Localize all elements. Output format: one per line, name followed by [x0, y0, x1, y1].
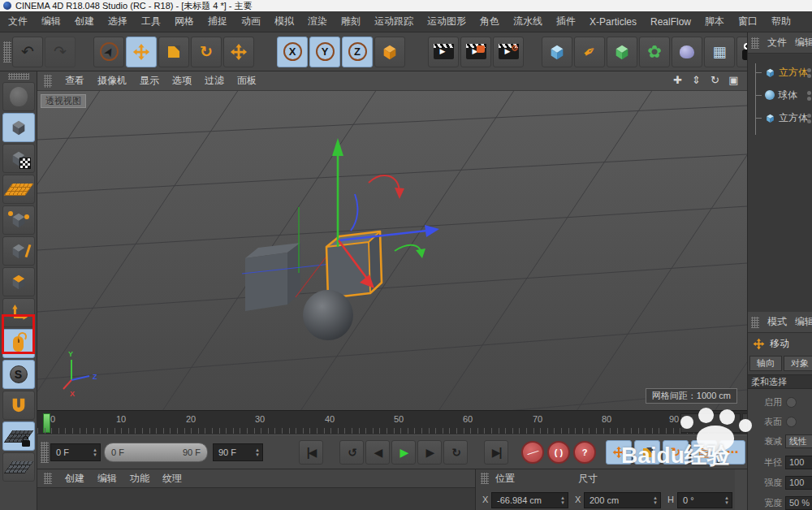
end-frame-spinner[interactable] — [253, 444, 262, 460]
falloff-dropdown[interactable]: 线性 — [785, 434, 812, 448]
menu-pipeline[interactable]: 流水线 — [513, 15, 542, 28]
mat-menu-edit[interactable]: 编辑 — [97, 472, 117, 486]
play-backwards-button[interactable]: ↺ — [339, 440, 364, 465]
object-row-cube1[interactable]: 立方体 — [748, 63, 812, 81]
surface-checkbox[interactable] — [786, 417, 797, 427]
current-frame-field[interactable]: 0 F — [50, 443, 101, 461]
model-mode-button[interactable] — [2, 113, 35, 142]
object-row-sphere[interactable]: 球体 — [748, 86, 812, 104]
strength-field[interactable]: 100 — [785, 476, 812, 490]
menu-xparticles[interactable]: X-Particles — [590, 16, 637, 28]
enable-checkbox[interactable] — [786, 397, 797, 408]
menu-animate[interactable]: 动画 — [241, 15, 261, 28]
sculpt-mode-button[interactable] — [2, 82, 35, 111]
menu-render[interactable]: 渲染 — [308, 15, 327, 28]
toolbar-grip[interactable] — [3, 41, 11, 63]
radius-field[interactable]: 100 — [785, 456, 812, 469]
am-menu-mode[interactable]: 模式 — [767, 315, 787, 329]
vp-menu-filter[interactable]: 过滤 — [205, 74, 224, 88]
loop-button[interactable]: ↻ — [443, 440, 468, 465]
next-frame-button[interactable]: ▶ — [417, 440, 442, 465]
key-parameter-button[interactable]: ▤ — [691, 440, 717, 465]
add-primitive-button[interactable] — [542, 37, 572, 67]
lock-y-axis-button[interactable]: Y — [309, 37, 340, 67]
menu-help[interactable]: 帮助 — [771, 15, 791, 28]
vp-menu-camera[interactable]: 摄像机 — [97, 74, 127, 88]
viewport-grip[interactable] — [44, 75, 52, 88]
undo-button[interactable]: ↶ — [12, 37, 43, 67]
menu-snap[interactable]: 捕捉 — [208, 15, 227, 28]
last-tool-button[interactable] — [223, 37, 254, 67]
polygon-mode-button[interactable] — [2, 267, 35, 296]
keyframe-help-button[interactable]: ? — [573, 441, 596, 464]
locked-workplane-button[interactable] — [2, 421, 35, 451]
rotate-tool-button[interactable]: ↻ — [191, 37, 222, 67]
size-x-field[interactable]: 200 cm — [584, 492, 661, 508]
am-menu-edit[interactable]: 编辑 — [795, 315, 812, 329]
om-menu-edit[interactable]: 编辑 — [795, 36, 812, 50]
snap-selection-button[interactable]: S — [2, 360, 35, 389]
material-grip[interactable] — [44, 473, 52, 484]
move-tool-button[interactable] — [126, 37, 157, 67]
width-field[interactable]: 50 % — [785, 496, 812, 510]
rotation-h-field[interactable]: 0 ° — [677, 492, 732, 508]
timeline-ruler[interactable]: 0 10 20 30 40 50 60 70 80 90 — [37, 410, 747, 434]
mat-menu-create[interactable]: 创建 — [65, 472, 84, 486]
workplane-extra-button[interactable] — [2, 452, 35, 482]
visibility-dots[interactable] — [807, 68, 811, 78]
sphere-object[interactable] — [303, 290, 353, 340]
om-menu-file[interactable]: 文件 — [767, 36, 787, 50]
edge-mode-button[interactable] — [2, 236, 35, 266]
menu-create[interactable]: 创建 — [75, 15, 94, 28]
menu-realflow[interactable]: RealFlow — [650, 16, 691, 28]
play-button[interactable]: ▶ — [391, 440, 416, 465]
visibility-dots[interactable] — [807, 91, 811, 101]
previous-frame-button[interactable]: ◀ — [365, 440, 390, 465]
position-x-field[interactable]: -66.984 cm — [491, 492, 568, 508]
viewport-scene[interactable]: Y Z X — [37, 91, 747, 410]
object-manager-grip[interactable] — [751, 37, 759, 49]
menu-mograph[interactable]: 运动图形 — [427, 15, 466, 28]
enable-snap-button[interactable] — [2, 391, 35, 420]
add-floor-button[interactable]: ▦ — [704, 37, 735, 67]
key-rotation-button[interactable]: ↻ — [663, 440, 689, 465]
menu-motion-tracker[interactable]: 运动跟踪 — [374, 15, 413, 28]
vp-menu-display[interactable]: 显示 — [140, 74, 159, 88]
menu-mesh[interactable]: 网格 — [175, 15, 194, 28]
current-frame-spinner[interactable] — [90, 444, 100, 460]
menu-character[interactable]: 角色 — [480, 15, 499, 28]
mat-menu-texture[interactable]: 纹理 — [162, 472, 182, 486]
end-frame-field[interactable]: 90 F — [213, 443, 263, 461]
scale-tool-button[interactable] — [158, 37, 189, 67]
menu-script[interactable]: 脚本 — [705, 15, 724, 28]
live-selection-button[interactable]: ➤ — [93, 37, 124, 67]
coordinate-system-button[interactable] — [374, 37, 405, 67]
workplane-mode-button[interactable] — [2, 175, 35, 204]
add-deformer-button[interactable] — [672, 37, 702, 67]
goto-start-button[interactable]: |◀ — [299, 440, 323, 465]
visibility-dots[interactable] — [807, 114, 811, 123]
position-x-spinner[interactable] — [558, 493, 568, 508]
object-row-cube2[interactable]: 立方体 — [748, 109, 812, 127]
points-mode-button[interactable] — [2, 205, 35, 235]
menu-tools[interactable]: 工具 — [141, 15, 161, 28]
render-view-button[interactable] — [428, 37, 459, 67]
redo-button[interactable]: ↷ — [45, 37, 76, 67]
menu-plugins[interactable]: 插件 — [556, 15, 576, 28]
dolly-view-icon[interactable]: ⇕ — [689, 73, 703, 87]
mat-menu-function[interactable]: 功能 — [130, 472, 149, 486]
frame-range-slider[interactable]: 0 F 90 F — [104, 443, 208, 462]
tab-axis[interactable]: 轴向 — [749, 356, 782, 371]
texture-mode-button[interactable] — [2, 144, 35, 173]
key-scale-button[interactable] — [634, 440, 660, 465]
key-position-button[interactable] — [606, 440, 632, 465]
menu-window[interactable]: 窗口 — [738, 15, 758, 28]
lock-x-axis-button[interactable]: X — [277, 37, 308, 67]
view-label[interactable]: 透视视图 — [41, 94, 86, 108]
autokey-button[interactable]: ( ) — [547, 441, 570, 464]
soft-selection-section[interactable]: 柔和选择 — [748, 374, 812, 389]
vp-menu-view[interactable]: 查看 — [65, 74, 84, 88]
record-keyframe-button[interactable]: ╱ — [521, 441, 544, 464]
vp-menu-panel[interactable]: 面板 — [237, 74, 257, 88]
goto-end-button[interactable]: ▶| — [484, 440, 508, 465]
